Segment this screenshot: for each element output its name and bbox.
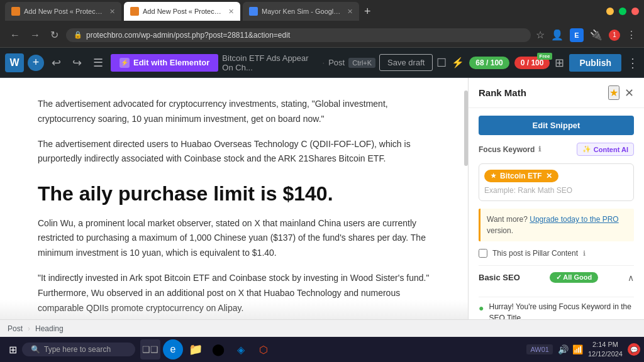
seo-check-icon-1: ● — [479, 302, 484, 315]
browser-tab-2[interactable]: Add New Post « Protechbr... ✕ — [124, 2, 240, 21]
score-green-value: 68 / 100 — [475, 58, 502, 67]
pillar-row: This post is Pillar Content ℹ — [479, 249, 634, 258]
wp-logo-letter: W — [9, 57, 19, 69]
seo-score-free[interactable]: Free 0 / 100 — [514, 57, 550, 69]
reload-button[interactable]: ↻ — [48, 26, 61, 43]
keyword-tag-remove[interactable]: ✕ — [546, 172, 552, 180]
lock-icon: 🔒 — [74, 31, 82, 39]
shortcut-label: Ctrl+K — [348, 58, 375, 68]
edit-snippet-button[interactable]: Edit Snippet — [479, 116, 634, 135]
taskbar-search[interactable]: 🔍 Type here to search — [22, 343, 135, 356]
search-placeholder: Type here to search — [44, 345, 111, 354]
windows-icon: ⊞ — [9, 344, 17, 356]
vscode-icon: ◈ — [237, 344, 245, 356]
keyword-tag[interactable]: ★ Bitcoin ETF ✕ — [484, 170, 558, 182]
focus-keyword-info-icon: ℹ — [538, 145, 541, 153]
browser-tab-1[interactable]: Add New Post « Protechbro... ✕ — [5, 2, 121, 21]
minimize-button[interactable] — [606, 8, 614, 15]
editor-content: The advertisement advocated for cryptocu… — [38, 97, 430, 315]
url-input[interactable]: 🔒 protechbro.com/wp-admin/post.php?post=… — [66, 28, 531, 42]
seo-score-green[interactable]: 68 / 100 — [469, 57, 509, 69]
keyword-input-area[interactable]: ★ Bitcoin ETF ✕ Example: Rank Math SEO — [479, 163, 634, 201]
bookmark-icon[interactable]: ☆ — [536, 29, 545, 41]
pillar-info-icon: ℹ — [583, 250, 586, 258]
toolbar-icons: ☐ ⚡ 68 / 100 Free 0 / 100 ⊞ Publish ⋮ — [436, 54, 639, 72]
redo-button[interactable]: ↪ — [69, 53, 86, 72]
tab-close-1[interactable]: ✕ — [109, 8, 115, 16]
new-tab-button[interactable]: + — [362, 5, 374, 18]
mobile-view-button[interactable]: ⊞ — [555, 56, 564, 70]
taskbar-icon-figma[interactable]: ⬡ — [253, 339, 274, 359]
save-draft-button[interactable]: Save draft — [379, 54, 433, 71]
content-ai-button[interactable]: ✨ Content AI — [577, 143, 634, 156]
start-button[interactable]: ⊞ — [4, 341, 22, 358]
tab-close-2[interactable]: ✕ — [228, 8, 234, 16]
wp-logo: W — [5, 53, 24, 72]
focus-keyword-row: Focus Keyword ℹ ✨ Content AI — [479, 143, 634, 156]
taskbar-icon-vscode[interactable]: ◈ — [231, 339, 251, 359]
basic-seo-header[interactable]: Basic SEO ✓ All Good ∧ — [479, 265, 634, 289]
more-options-button[interactable]: ⋮ — [626, 55, 639, 70]
forward-button[interactable]: → — [28, 27, 43, 43]
scrollbar[interactable] — [464, 78, 468, 319]
taskbar-icon-chrome[interactable]: ⬤ — [208, 339, 228, 359]
rank-math-header: Rank Math ★ ✕ — [469, 78, 644, 108]
undo-button[interactable]: ↩ — [48, 53, 65, 72]
list-view-button[interactable]: ☰ — [89, 53, 107, 72]
tab-favicon-3 — [249, 7, 258, 16]
publish-button[interactable]: Publish — [569, 54, 621, 72]
rank-math-panel: Rank Math ★ ✕ Edit Snippet Focus Keyword… — [468, 78, 644, 319]
close-button[interactable] — [631, 8, 639, 15]
edit-elementor-button[interactable]: ⚡ Edit with Elementor — [111, 54, 218, 72]
more-icon[interactable]: ⋮ — [626, 29, 636, 41]
time: 2:14 PM — [588, 340, 623, 349]
status-post-label: Post — [8, 324, 23, 333]
keyword-tag-text: Bitcoin ETF — [500, 172, 542, 180]
network-icon[interactable]: 📶 — [572, 344, 583, 354]
browser-tab-3[interactable]: Mayor Ken Sim - Google S... ✕ — [243, 2, 359, 21]
elementor-icon: ⚡ — [119, 58, 130, 68]
extension-icon-1[interactable]: E — [570, 28, 584, 42]
rank-math-close-button[interactable]: ✕ — [625, 86, 634, 100]
taskbar-icon-explorer[interactable]: 📁 — [186, 339, 206, 359]
taskbar-right: AW01 🔊 📶 2:14 PM 12/12/2024 💬 — [526, 340, 640, 359]
extension-icon-2[interactable]: 🔌 — [590, 29, 602, 41]
profile-icon[interactable]: 👤 — [551, 29, 564, 41]
edit-elementor-label: Edit with Elementor — [133, 58, 209, 67]
all-good-badge: ✓ All Good — [550, 272, 598, 283]
taskbar-icon-edge[interactable]: e — [163, 339, 183, 359]
maximize-button[interactable] — [619, 8, 626, 15]
time-display: 2:14 PM 12/12/2024 — [588, 340, 623, 359]
view-icon-button[interactable]: ☐ — [436, 56, 447, 70]
upgrade-link[interactable]: Upgrade today to the PRO — [530, 215, 618, 224]
taskbar-icon-taskview[interactable]: ❑❑ — [140, 339, 160, 359]
status-bar: Post › Heading — [0, 319, 644, 337]
scrollbar-thumb[interactable] — [464, 90, 468, 166]
post-title-area: Bitcoin ETF Ads Appear On Ch... · Post C… — [222, 53, 375, 72]
paragraph-3: Colin Wu, a prominent local market obser… — [38, 216, 430, 261]
rank-math-star-button[interactable]: ★ — [608, 85, 619, 100]
notification-button[interactable]: 💬 — [628, 343, 640, 356]
green-bolt-icon[interactable]: ⚡ — [452, 57, 464, 69]
back-button[interactable]: ← — [8, 27, 23, 43]
upgrade-text: Want more? — [487, 215, 528, 224]
score-red-value: 0 / 100 — [521, 58, 544, 67]
pillar-checkbox[interactable] — [479, 249, 487, 258]
upgrade-box: Want more? Upgrade today to the PRO vers… — [479, 209, 634, 241]
paragraph-2: The advertisement directed users to Huab… — [38, 137, 430, 167]
address-bar: ← → ↻ 🔒 protechbro.com/wp-admin/post.php… — [0, 23, 644, 48]
tab-label-2: Add New Post « Protechbr... — [143, 8, 225, 15]
keyword-placeholder: Example: Rank Math SEO — [484, 186, 628, 195]
content-heading: The aily purchase limit is $140. — [38, 182, 430, 206]
tab-close-3[interactable]: ✕ — [347, 8, 353, 16]
notification-badge[interactable]: 1 — [609, 30, 620, 41]
wp-add-button[interactable]: + — [28, 55, 44, 71]
seo-item-1: ● Hurray! You're using Focus Keyword in … — [479, 297, 634, 319]
focus-keyword-label: Focus Keyword ℹ — [479, 145, 541, 154]
title-separator: · — [323, 58, 325, 67]
paragraph-1: The advertisement advocated for cryptocu… — [38, 97, 430, 127]
sparkle-icon: ✨ — [582, 145, 591, 153]
editor-area[interactable]: The advertisement advocated for cryptocu… — [0, 78, 468, 319]
chevron-up-icon: ∧ — [628, 273, 634, 283]
volume-icon[interactable]: 🔊 — [558, 344, 569, 354]
